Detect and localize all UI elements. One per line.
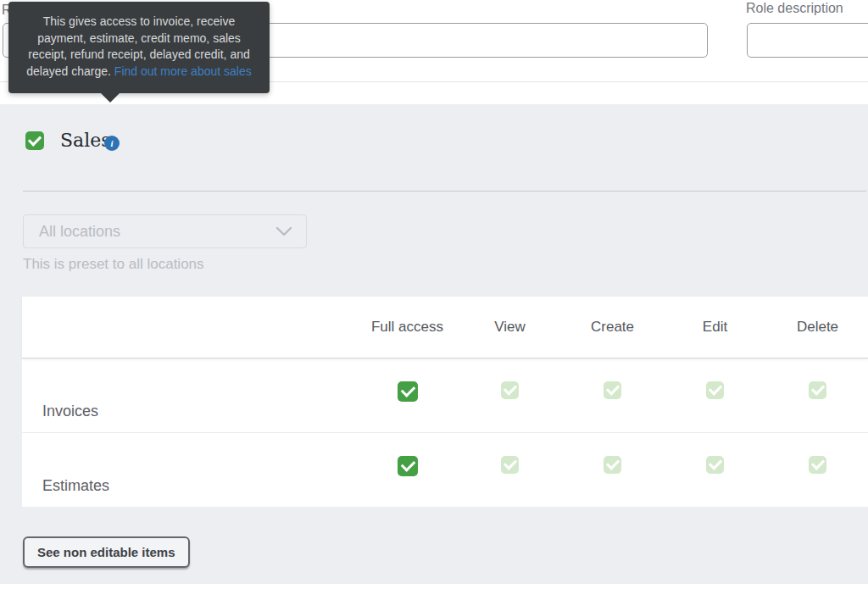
location-dropdown: All locations xyxy=(23,214,307,248)
row-label: Invoices xyxy=(22,358,356,432)
checkmark-icon xyxy=(400,382,415,397)
sales-info-tooltip: This gives access to invoice, receive pa… xyxy=(8,2,270,93)
row-label: Estimates xyxy=(22,433,356,507)
location-preset-note: This is preset to all locations xyxy=(23,256,204,273)
table-row-invoices: Invoices xyxy=(22,358,868,433)
estimates-delete-checkbox xyxy=(809,456,826,474)
table-row-estimates: Estimates xyxy=(22,433,868,507)
role-description-label: Role description xyxy=(746,1,843,16)
checkmark-icon xyxy=(504,381,517,395)
checkmark-icon xyxy=(811,456,825,470)
checkmark-icon xyxy=(28,132,42,146)
checkmark-icon xyxy=(606,456,620,470)
estimates-create-checkbox xyxy=(604,456,621,474)
find-out-more-link[interactable]: Find out more about sales xyxy=(114,64,252,78)
checkmark-icon xyxy=(504,456,517,470)
checkmark-icon xyxy=(709,456,722,470)
location-dropdown-value: All locations xyxy=(39,223,120,241)
estimates-edit-checkbox xyxy=(706,456,724,474)
column-header-edit: Edit xyxy=(664,319,766,336)
permissions-table: Full access View Create Edit Delete Invo… xyxy=(22,297,868,507)
invoices-view-checkbox xyxy=(501,381,519,399)
role-description-input[interactable] xyxy=(747,23,868,58)
checkmark-icon xyxy=(709,381,722,395)
sales-section-title: Sales xyxy=(60,130,111,151)
role-permissions-page: Role name Role description This gives ac… xyxy=(0,0,868,589)
see-non-editable-items-button[interactable]: See non editable items xyxy=(23,536,190,568)
invoices-delete-checkbox xyxy=(809,381,826,399)
invoices-edit-checkbox xyxy=(706,381,724,399)
section-divider xyxy=(23,191,866,192)
checkmark-icon xyxy=(606,381,620,395)
column-header-delete: Delete xyxy=(766,319,868,336)
column-header-create: Create xyxy=(561,319,664,336)
column-header-view: View xyxy=(459,319,561,336)
estimates-view-checkbox xyxy=(501,456,519,474)
table-header-row: Full access View Create Edit Delete xyxy=(22,297,868,358)
estimates-full-access-checkbox[interactable] xyxy=(398,456,418,476)
invoices-full-access-checkbox[interactable] xyxy=(398,381,418,402)
checkmark-icon xyxy=(400,457,415,472)
info-icon[interactable]: i xyxy=(104,136,120,151)
checkmark-icon xyxy=(811,381,825,395)
sales-section-checkbox[interactable] xyxy=(25,131,44,150)
chevron-down-icon xyxy=(275,226,292,236)
column-header-full-access: Full access xyxy=(356,319,459,336)
next-section-edge xyxy=(0,584,868,589)
invoices-create-checkbox xyxy=(604,381,621,399)
